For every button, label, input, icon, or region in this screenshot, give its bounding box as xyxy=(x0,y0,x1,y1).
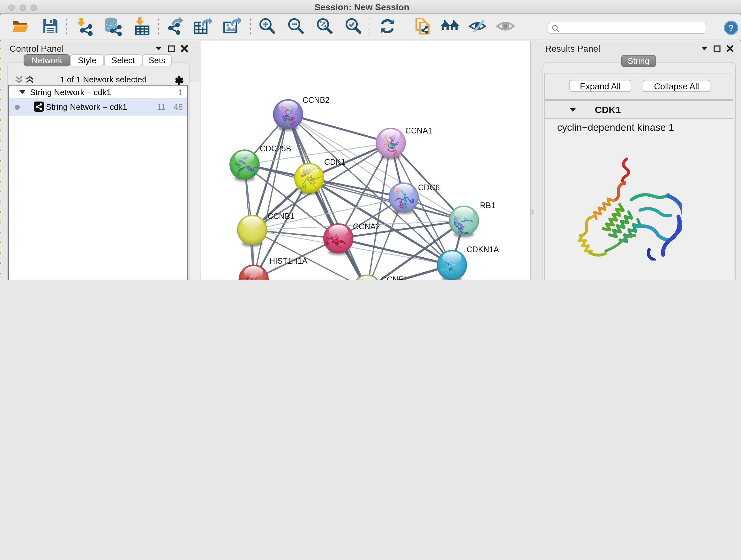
svg-text:CDK1: CDK1 xyxy=(324,158,346,166)
svg-text:CDC6: CDC6 xyxy=(418,183,440,192)
svg-text:CCNA2: CCNA2 xyxy=(353,222,380,231)
svg-text:CCNB1: CCNB1 xyxy=(267,212,294,221)
svg-text:CCNE1: CCNE1 xyxy=(381,275,408,280)
svg-text:CDKN1A: CDKN1A xyxy=(467,245,499,254)
svg-text:CDC25B: CDC25B xyxy=(260,144,291,153)
svg-text:RB1: RB1 xyxy=(480,201,495,210)
svg-text:HIST1H1A: HIST1H1A xyxy=(269,256,308,265)
svg-text:CCNB2: CCNB2 xyxy=(302,96,330,105)
svg-text:CCNA1: CCNA1 xyxy=(405,126,432,135)
svg-text:?: ? xyxy=(728,23,734,33)
